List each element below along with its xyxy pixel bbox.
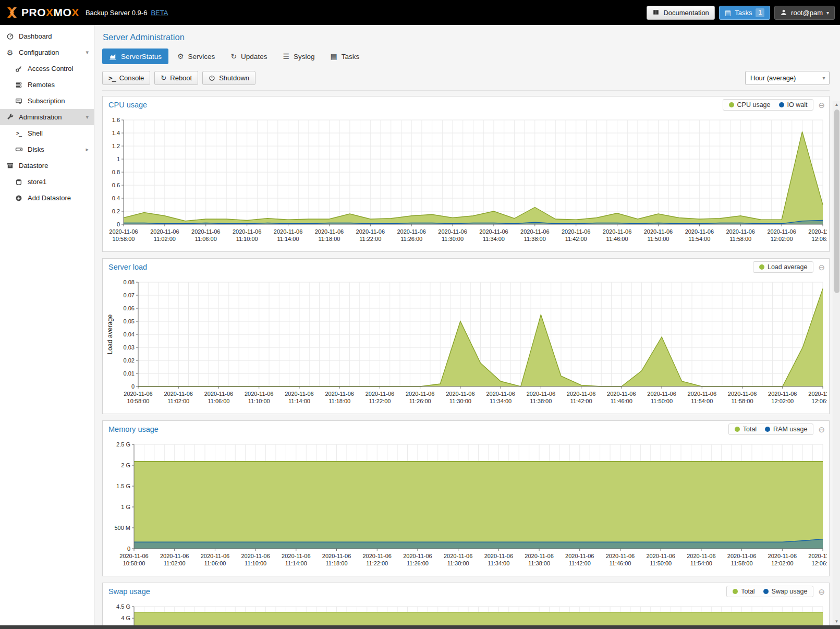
- svg-text:11:30:00: 11:30:00: [447, 560, 469, 566]
- collapse-icon[interactable]: ⊖: [818, 426, 825, 433]
- svg-text:2020-11-06: 2020-11-06: [606, 553, 635, 559]
- chart-legend: CPU usageIO wait: [723, 99, 814, 111]
- tab-updates[interactable]: ↻ Updates: [224, 49, 274, 64]
- panel-title: Memory usage: [108, 425, 159, 433]
- tab-syslog[interactable]: ☰ Syslog: [276, 49, 321, 64]
- svg-text:11:14:00: 11:14:00: [277, 236, 299, 242]
- dashboard-icon: [5, 32, 15, 40]
- svg-text:11:10:00: 11:10:00: [245, 560, 266, 566]
- svg-text:2020-11-06: 2020-11-06: [124, 391, 152, 397]
- cpu-usage-chart: 1.61.41.210.80.60.40.202020-11-0610:58:0…: [103, 113, 829, 251]
- sidebar-item-subscription[interactable]: Subscription: [0, 93, 94, 109]
- swap-usage-chart: 4.5 G4 G3.5 G3 G2.5 G2 G1.5 G1 G500 M020…: [103, 599, 829, 625]
- chevron-down-icon: ▾: [826, 10, 829, 16]
- proxmox-mark-icon: [5, 6, 19, 19]
- svg-text:1: 1: [117, 156, 120, 162]
- svg-text:2020-11-06: 2020-11-06: [397, 228, 425, 235]
- svg-text:2020-11-06: 2020-11-06: [233, 228, 261, 235]
- tab-serverstatus[interactable]: ServerStatus: [102, 49, 168, 64]
- logo-wordmark: PROXMOX: [21, 6, 79, 19]
- sidebar-item-access-control[interactable]: Access Control: [0, 61, 94, 77]
- svg-text:2020-11-06: 2020-11-06: [607, 391, 636, 397]
- documentation-button[interactable]: Documentation: [647, 6, 714, 20]
- sidebar: Dashboard ⚙ Configuration ▾ Access Contr…: [0, 25, 94, 625]
- sidebar-item-store1[interactable]: store1: [0, 174, 94, 190]
- svg-text:0.8: 0.8: [112, 169, 120, 175]
- key-icon: [14, 65, 23, 72]
- chevron-down-icon: ▾: [86, 49, 89, 56]
- shutdown-button[interactable]: Shutdown: [202, 71, 255, 85]
- svg-text:11:10:00: 11:10:00: [236, 236, 258, 242]
- legend-item: CPU usage: [729, 101, 771, 108]
- scrollbar-thumb[interactable]: [834, 110, 839, 293]
- sidebar-item-label: Remotes: [28, 81, 55, 89]
- tab-services[interactable]: ⚙ Services: [171, 49, 222, 64]
- sidebar-item-shell[interactable]: >_ Shell: [0, 125, 94, 141]
- tasks-button[interactable]: ▤ Tasks 1: [719, 6, 770, 20]
- svg-text:11:38:00: 11:38:00: [524, 236, 546, 242]
- user-menu-button[interactable]: root@pam ▾: [774, 6, 835, 20]
- svg-text:2020-11-06: 2020-11-06: [325, 391, 354, 397]
- svg-text:2020-11-06: 2020-11-06: [109, 228, 138, 235]
- svg-text:2020-11-06: 2020-11-06: [366, 391, 394, 397]
- svg-text:0.08: 0.08: [124, 279, 135, 285]
- sidebar-item-disks[interactable]: Disks ▸: [0, 141, 94, 158]
- tab-tasks[interactable]: ▤ Tasks: [324, 49, 367, 64]
- horizontal-scrollbar[interactable]: [0, 625, 840, 629]
- svg-text:1.2: 1.2: [112, 143, 120, 149]
- power-icon: [209, 75, 215, 81]
- svg-text:2020-11-06: 2020-11-06: [647, 391, 676, 397]
- collapse-icon[interactable]: ⊖: [818, 101, 825, 109]
- svg-text:1.5 G: 1.5 G: [116, 483, 130, 489]
- svg-text:2020-11-06: 2020-11-06: [685, 228, 714, 235]
- svg-text:2020-11-06: 2020-11-06: [444, 553, 472, 559]
- svg-text:12:06:00: 12:06:00: [812, 236, 827, 242]
- wrench-icon: [5, 113, 15, 121]
- svg-text:12:02:00: 12:02:00: [771, 398, 794, 404]
- svg-text:0.06: 0.06: [124, 305, 135, 311]
- sidebar-item-label: Add Datastore: [28, 194, 71, 202]
- tab-label: Tasks: [342, 53, 360, 61]
- reboot-button[interactable]: ↻ Reboot: [154, 71, 198, 85]
- page-title: Server Administration: [103, 32, 830, 42]
- console-button[interactable]: >_ Console: [102, 71, 150, 85]
- legend-dot-icon: [759, 264, 764, 270]
- svg-text:2020-11-06: 2020-11-06: [164, 391, 193, 397]
- svg-text:2020-11-06: 2020-11-06: [479, 228, 508, 235]
- collapse-icon[interactable]: ⊖: [818, 588, 825, 596]
- svg-text:2020-11-06: 2020-11-06: [688, 391, 716, 397]
- legend-dot-icon: [733, 589, 738, 594]
- sidebar-item-datastore[interactable]: Datastore: [0, 158, 94, 174]
- legend-dot-icon: [729, 102, 734, 107]
- chevron-down-icon: ▾: [86, 114, 89, 120]
- legend-dot-icon: [779, 102, 784, 107]
- sidebar-item-remotes[interactable]: Remotes: [0, 77, 94, 93]
- svg-text:2020-11-06: 2020-11-06: [201, 553, 229, 559]
- sidebar-item-label: Configuration: [19, 49, 59, 56]
- svg-text:11:58:00: 11:58:00: [729, 236, 751, 242]
- scroll-up-arrow[interactable]: ▲: [833, 101, 840, 108]
- gears-icon: ⚙: [177, 52, 184, 61]
- sidebar-item-administration[interactable]: Administration ▾: [0, 109, 94, 125]
- svg-text:2020-11-06: 2020-11-06: [285, 391, 313, 397]
- book-icon: [652, 9, 660, 16]
- chart-legend: Load average: [753, 261, 813, 273]
- vertical-scrollbar[interactable]: ▲ ▼: [833, 101, 840, 625]
- svg-text:11:14:00: 11:14:00: [288, 398, 310, 404]
- chart-legend: TotalRAM usage: [728, 424, 814, 435]
- svg-text:2020-11-06: 2020-11-06: [525, 553, 553, 559]
- svg-text:11:22:00: 11:22:00: [369, 398, 391, 404]
- sidebar-item-dashboard[interactable]: Dashboard: [0, 28, 94, 44]
- legend-item: IO wait: [779, 101, 808, 108]
- collapse-icon[interactable]: ⊖: [818, 263, 825, 271]
- timeframe-select[interactable]: Hour (average) ▾: [745, 71, 830, 85]
- svg-text:2020-11-06: 2020-11-06: [274, 228, 302, 235]
- svg-text:11:30:00: 11:30:00: [449, 398, 471, 404]
- sidebar-item-configuration[interactable]: ⚙ Configuration ▾: [0, 44, 94, 61]
- sidebar-item-add-datastore[interactable]: Add Datastore: [0, 190, 94, 206]
- svg-text:2020-11-06: 2020-11-06: [726, 228, 755, 235]
- server-load-chart: 0.080.070.060.050.040.030.020.0102020-11…: [103, 275, 829, 414]
- beta-link[interactable]: BETA: [151, 9, 168, 17]
- cpu-usage-panel: CPU usage CPU usageIO wait ⊖ 1.61.41.210…: [102, 96, 830, 252]
- scroll-down-arrow[interactable]: ▼: [833, 618, 840, 625]
